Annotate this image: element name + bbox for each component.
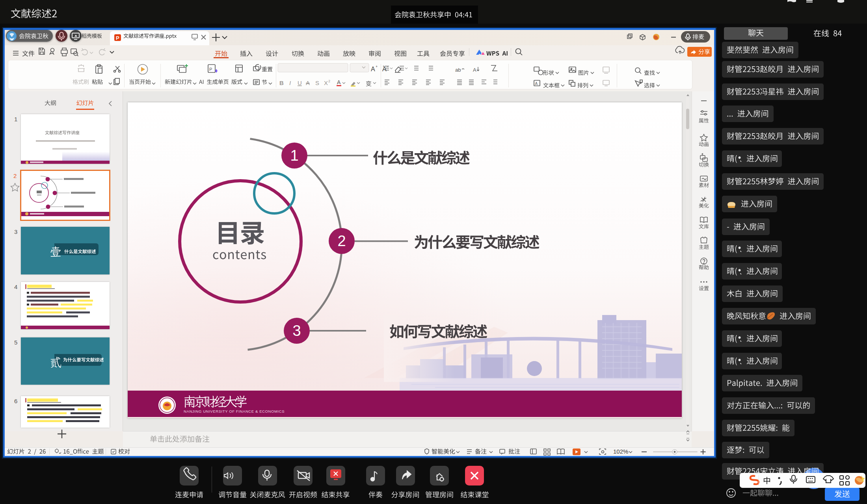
- svg-text:X: X: [324, 80, 328, 86]
- svg-text:ab: ab: [455, 67, 461, 73]
- svg-text:I: I: [289, 80, 291, 86]
- svg-text:A: A: [306, 80, 310, 86]
- svg-text:U: U: [298, 80, 302, 86]
- svg-text:S: S: [315, 80, 319, 86]
- svg-text:2: 2: [328, 79, 330, 83]
- svg-text:3: 3: [292, 322, 301, 339]
- svg-text:4: 4: [14, 284, 17, 290]
- svg-text:1: 1: [290, 147, 298, 164]
- svg-text:5: 5: [14, 339, 17, 346]
- svg-text:3: 3: [14, 228, 17, 235]
- svg-text:102%: 102%: [613, 448, 628, 455]
- svg-text:P: P: [209, 67, 212, 72]
- svg-text:P: P: [116, 35, 119, 41]
- svg-text:2: 2: [13, 172, 17, 179]
- svg-text:+: +: [376, 65, 378, 69]
- svg-text:A: A: [382, 66, 387, 72]
- svg-text:A: A: [535, 82, 538, 86]
- svg-text:2: 2: [337, 233, 346, 249]
- svg-text:1: 1: [14, 116, 17, 122]
- svg-text:B: B: [279, 80, 284, 86]
- svg-text:A: A: [371, 66, 375, 72]
- svg-text:A: A: [473, 67, 476, 73]
- svg-text:A: A: [337, 79, 341, 85]
- svg-text:6: 6: [14, 398, 17, 404]
